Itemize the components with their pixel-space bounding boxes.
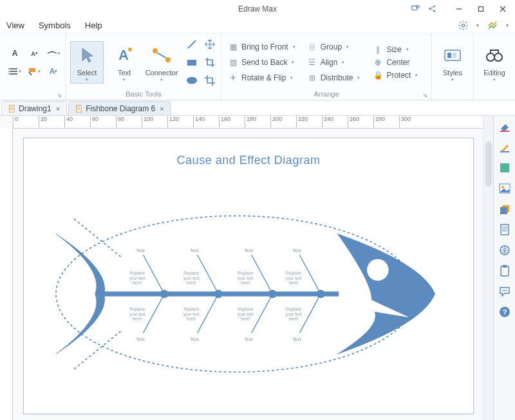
- scrollbar-thumb[interactable]: [485, 142, 492, 187]
- svg-rect-45: [500, 207, 507, 214]
- ruler-tick: 200: [270, 116, 296, 128]
- minimize-button[interactable]: [448, 1, 470, 17]
- svg-point-3: [433, 5, 435, 7]
- svg-point-2: [429, 8, 431, 10]
- svg-rect-19: [453, 53, 456, 58]
- size-button[interactable]: ∥Size▾: [373, 45, 418, 54]
- canvas[interactable]: Cause and Effect Diagram: [13, 129, 483, 420]
- page[interactable]: Cause and Effect Diagram: [23, 138, 474, 414]
- cause-placeholder[interactable]: Replaceyour texthere!: [129, 307, 145, 321]
- cause-placeholder[interactable]: Replaceyour texthere!: [129, 271, 145, 285]
- line-style-icon[interactable]: ▾: [45, 46, 62, 61]
- svg-point-7: [8, 68, 9, 69]
- font-size-down-icon[interactable]: ᴀ▾: [26, 46, 42, 61]
- svg-rect-23: [77, 105, 82, 112]
- ribbon-group-editing: Editing ▾: [474, 33, 515, 100]
- distribute-button[interactable]: ⊞Distribute▾: [307, 73, 360, 82]
- align-icon: ☱: [307, 58, 317, 67]
- clipboard-tool-icon[interactable]: [498, 264, 512, 278]
- align-button[interactable]: ☱Align▾: [307, 58, 360, 67]
- line-shape-icon[interactable]: [185, 37, 199, 51]
- svg-text:A: A: [118, 47, 129, 63]
- svg-rect-15: [187, 60, 196, 66]
- font-color-icon[interactable]: A▾: [45, 64, 62, 79]
- rotate-flip-button[interactable]: ✈Rotate & Flip▾: [228, 73, 295, 82]
- styles-button[interactable]: Styles ▾: [436, 41, 469, 84]
- crop-alt-icon[interactable]: [203, 73, 217, 87]
- crop-icon[interactable]: [203, 55, 217, 69]
- page-tool-icon[interactable]: [498, 223, 512, 237]
- ribbon-group-basic-tools: Select ▾ A Text ▾ Connector ▾ B: [66, 33, 221, 100]
- protect-button[interactable]: 🔒Protect▾: [373, 71, 418, 80]
- arrange-dialog-launcher[interactable]: ↘: [422, 91, 427, 98]
- connector-tool-button[interactable]: Connector ▾: [145, 41, 178, 84]
- vertical-scrollbar[interactable]: [483, 116, 493, 420]
- send-to-back-button[interactable]: ▨Send to Back▾: [228, 58, 295, 67]
- bullets-icon[interactable]: ▾: [6, 64, 23, 79]
- cause-placeholder[interactable]: Replaceyour texthere!: [183, 271, 200, 285]
- maximize-button[interactable]: [470, 1, 492, 17]
- globe-tool-icon[interactable]: [498, 243, 512, 257]
- ribbon-group-arrange: ▦Bring to Front▾ ⌸Group▾ ▨Send to Back▾ …: [221, 33, 432, 100]
- ellipse-shape-icon[interactable]: [185, 73, 199, 87]
- center-button[interactable]: ⊕Center: [373, 58, 418, 67]
- title-bar: Edraw Max: [0, 0, 515, 18]
- cause-placeholder[interactable]: Replaceyour texthere!: [183, 307, 200, 321]
- rotate-icon: ✈: [228, 73, 238, 82]
- text-tool-button[interactable]: A Text ▾: [108, 41, 141, 84]
- highlight-icon[interactable]: ▾: [26, 64, 42, 79]
- center-icon: ⊕: [373, 58, 383, 67]
- cause-placeholder[interactable]: Replaceyour texthere!: [238, 307, 254, 321]
- svg-point-52: [506, 290, 507, 291]
- layers-tool-icon[interactable]: [498, 202, 512, 216]
- bone-label[interactable]: Text: [292, 336, 302, 342]
- crosshair-move-icon[interactable]: [203, 37, 217, 51]
- bone-label[interactable]: Text: [190, 248, 200, 253]
- diagram-title[interactable]: Cause and Effect Diagram: [38, 154, 459, 167]
- cloud-sync-icon[interactable]: [409, 3, 421, 14]
- menu-symbols[interactable]: Symbols: [39, 21, 71, 30]
- bone-label[interactable]: Text: [190, 336, 200, 342]
- select-tool-button[interactable]: Select ▾: [70, 41, 104, 84]
- settings-icon[interactable]: [458, 20, 469, 31]
- bone-label[interactable]: Text: [244, 336, 254, 342]
- font-size-icon[interactable]: A: [6, 46, 23, 61]
- pencil-tool-icon[interactable]: [498, 140, 512, 154]
- distribute-icon: ⊞: [307, 73, 317, 82]
- tab-fishbone[interactable]: Fishbone Diagram 6 ×: [68, 101, 171, 115]
- share-icon[interactable]: [426, 3, 438, 14]
- bring-to-front-button[interactable]: ▦Bring to Front▾: [228, 42, 295, 51]
- comment-tool-icon[interactable]: [498, 284, 512, 298]
- bone-label[interactable]: Text: [136, 336, 145, 342]
- help-tool-icon[interactable]: ?: [498, 305, 512, 319]
- tab-close-icon[interactable]: ×: [56, 105, 60, 113]
- bone-label[interactable]: Text: [136, 248, 145, 253]
- bone-label[interactable]: Text: [244, 248, 254, 253]
- menu-view[interactable]: View: [6, 21, 24, 30]
- svg-rect-40: [500, 151, 509, 152]
- tab-close-icon[interactable]: ×: [160, 105, 164, 113]
- app-logo-icon[interactable]: [487, 20, 498, 32]
- color-swatch-icon[interactable]: [498, 161, 512, 175]
- ruler-tick: 300: [399, 116, 425, 128]
- fishbone-diagram[interactable]: TextTextTextTextTextTextTextText Replace…: [38, 191, 459, 397]
- svg-point-13: [153, 48, 158, 53]
- svg-rect-46: [501, 224, 509, 235]
- editing-button[interactable]: Editing ▾: [478, 41, 511, 84]
- font-dialog-launcher[interactable]: ↘: [57, 91, 62, 98]
- rectangle-shape-icon[interactable]: [185, 55, 199, 69]
- close-button[interactable]: [492, 1, 514, 17]
- svg-point-51: [504, 290, 505, 291]
- svg-rect-18: [447, 53, 451, 58]
- fill-tool-icon[interactable]: [498, 120, 512, 134]
- tab-drawing1[interactable]: Drawing1 ×: [1, 101, 67, 115]
- window-controls: [448, 1, 514, 17]
- picture-tool-icon[interactable]: [498, 181, 512, 196]
- cause-placeholder[interactable]: Replaceyour texthere!: [238, 271, 254, 285]
- cause-placeholder[interactable]: Replaceyour texthere!: [286, 307, 302, 321]
- bone-label[interactable]: Text: [292, 248, 302, 253]
- group-button[interactable]: ⌸Group▾: [307, 42, 360, 51]
- svg-point-6: [462, 24, 464, 26]
- menu-help[interactable]: Help: [85, 21, 102, 30]
- cause-placeholder[interactable]: Replaceyour texthere!: [286, 271, 302, 285]
